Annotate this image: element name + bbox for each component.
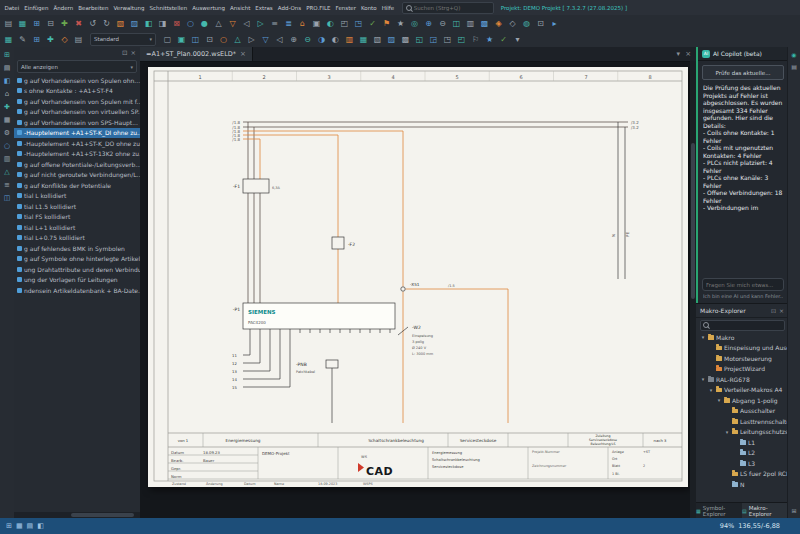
pin-icon[interactable]: ⊡ bbox=[771, 307, 776, 314]
toolbar-icon[interactable]: ◇ bbox=[506, 17, 519, 30]
global-search-box[interactable] bbox=[402, 2, 494, 14]
menu-bearbeiten[interactable]: Bearbeiten bbox=[76, 5, 111, 11]
tool-strip-icon[interactable]: ▦ bbox=[4, 116, 11, 124]
toolbar-icon[interactable]: ◑ bbox=[315, 33, 328, 46]
menu-konto[interactable]: Konto bbox=[358, 5, 379, 11]
check-list-item[interactable]: tial FS kollidiert bbox=[14, 212, 140, 223]
toolbar-icon[interactable]: ◲ bbox=[427, 33, 440, 46]
menu-profile[interactable]: PRO.FILE bbox=[304, 5, 333, 11]
toolbar-icon[interactable]: ▾ bbox=[511, 33, 524, 46]
toolbar-icon[interactable]: ⊡ bbox=[203, 33, 216, 46]
toolbar-icon[interactable]: ◁ bbox=[273, 33, 286, 46]
tool-strip-icon[interactable]: ⊞ bbox=[791, 507, 796, 514]
menu-extras[interactable]: Extras bbox=[253, 5, 275, 11]
toolbar-icon[interactable]: ⚑ bbox=[380, 17, 393, 30]
canvas-viewport[interactable]: 1 2 3 4 5 6 7 8 bbox=[140, 61, 690, 518]
check-list-item[interactable]: g auf Vorhandensein von Spulen mit f... bbox=[14, 96, 140, 107]
tree-item[interactable]: ▾ Verteiler-Makros A4 bbox=[696, 385, 788, 396]
toolbar-icon[interactable]: ▩ bbox=[478, 17, 491, 30]
toolbar-icon[interactable]: ⊞ bbox=[30, 17, 43, 30]
toolbar-icon[interactable]: ★ bbox=[483, 33, 496, 46]
toolbar-icon[interactable]: ✓ bbox=[366, 17, 379, 30]
toolbar-icon[interactable]: ✚ bbox=[44, 33, 57, 46]
menu-addons[interactable]: Add-Ons bbox=[275, 5, 303, 11]
schematic-page[interactable]: 1 2 3 4 5 6 7 8 bbox=[148, 67, 688, 487]
check-list-item[interactable]: ndensein Artikeldatenbank + BA-Date... bbox=[14, 285, 140, 296]
document-tab[interactable]: =A1+ST_Plan.0002.wsELD* × bbox=[140, 47, 253, 61]
toolbar-icon[interactable]: ◰ bbox=[455, 33, 468, 46]
tree-expander-icon[interactable]: ▾ bbox=[724, 429, 730, 435]
tool-strip-icon[interactable]: ◉ bbox=[791, 51, 796, 58]
toolbar-icon[interactable]: ▨ bbox=[385, 33, 398, 46]
toolbar-icon[interactable]: ▧ bbox=[371, 33, 384, 46]
tool-strip-icon[interactable]: ⌂ bbox=[5, 90, 9, 98]
toolbar-icon[interactable]: △ bbox=[231, 33, 244, 46]
toolbar-icon[interactable]: ◁ bbox=[240, 17, 253, 30]
toolbar-icon[interactable]: ✓ bbox=[497, 33, 510, 46]
toolbar-icon[interactable]: ▨ bbox=[128, 17, 141, 30]
check-list-item[interactable]: g auf offene Potentiale-/Leitungsverb... bbox=[14, 159, 140, 170]
check-list-item[interactable]: ung der Vorlagen für Leitungen bbox=[14, 275, 140, 286]
check-list-item[interactable]: g auf Vorhandensein von virtuellen SP... bbox=[14, 107, 140, 118]
menu-schnittstellen[interactable]: Schnittstellen bbox=[147, 5, 190, 11]
check-list-item[interactable]: g auf Vorhandensein von Spulen ohn... bbox=[14, 75, 140, 86]
toolbar-icon[interactable]: ◨ bbox=[156, 17, 169, 30]
toolbar-icon[interactable]: ▽ bbox=[226, 17, 239, 30]
tree-item[interactable]: ▾ Abgang 1-polig bbox=[696, 395, 788, 406]
check-list-item[interactable]: tial L+0.75 kollidiert bbox=[14, 233, 140, 244]
toolbar-icon[interactable]: ◰ bbox=[338, 17, 351, 30]
tool-strip-icon[interactable]: △ bbox=[4, 168, 9, 176]
tree-expander-icon[interactable]: ▾ bbox=[700, 334, 706, 340]
menu-einfuegen[interactable]: Einfügen bbox=[22, 5, 51, 11]
toolbar-icon[interactable]: ◈ bbox=[492, 17, 505, 30]
toolbar-icon[interactable]: ▧ bbox=[114, 17, 127, 30]
tab-makro-explorer[interactable]: ▤ Makro-Explorer bbox=[742, 503, 788, 518]
menu-auswertung[interactable]: Auswertung bbox=[190, 5, 228, 11]
check-project-button[interactable]: Prüfe das aktuelle... bbox=[702, 65, 784, 80]
tree-expander-icon[interactable]: ▾ bbox=[708, 387, 714, 393]
makro-search-box[interactable] bbox=[700, 320, 785, 331]
toolbar-icon[interactable]: ⊡ bbox=[534, 17, 547, 30]
toolbar-icon[interactable]: ● bbox=[198, 17, 211, 30]
toolbar-icon[interactable]: ⊕ bbox=[287, 33, 300, 46]
tool-strip-icon[interactable]: ⚙ bbox=[4, 129, 10, 137]
tree-expander-icon[interactable]: ▾ bbox=[716, 397, 722, 403]
toolbar-icon[interactable]: ▤ bbox=[2, 17, 15, 30]
tree-item[interactable]: Motorsteuerung bbox=[696, 353, 788, 364]
tree-item[interactable]: ▾ RAL-RG678 bbox=[696, 374, 788, 385]
tool-strip-icon[interactable]: ○ bbox=[4, 142, 10, 150]
tree-expander-icon[interactable]: ▾ bbox=[700, 376, 706, 382]
toolbar-icon[interactable]: ▸ bbox=[548, 17, 561, 30]
tree-item[interactable]: N bbox=[696, 479, 788, 490]
tree-item[interactable]: Ausschalter bbox=[696, 406, 788, 417]
toolbar-icon[interactable]: ◳ bbox=[352, 17, 365, 30]
check-list-item[interactable]: g auf nicht geroutete Verbindungen/L... bbox=[14, 170, 140, 181]
chevron-down-icon[interactable]: ▾ bbox=[677, 50, 681, 58]
close-icon[interactable]: × bbox=[779, 307, 784, 314]
close-icon[interactable]: × bbox=[131, 49, 136, 57]
toolbar-icon[interactable]: ◫ bbox=[189, 33, 202, 46]
toolbar-icon[interactable]: ◫ bbox=[450, 17, 463, 30]
check-list-item[interactable]: tial L kollidiert bbox=[14, 191, 140, 202]
ai-prompt-box[interactable] bbox=[702, 278, 784, 291]
tree-item[interactable]: ▾ Makro bbox=[696, 332, 788, 343]
check-list-item[interactable]: ung Drahtattribute und deren Verbindun..… bbox=[14, 264, 140, 275]
tool-strip-icon[interactable]: ▤ bbox=[4, 64, 11, 72]
show-all-dropdown[interactable]: Alle anzeigen ▾ bbox=[17, 60, 137, 73]
toolbar-icon[interactable]: ⊖ bbox=[301, 33, 314, 46]
tree-item[interactable]: ▾ Leitungsschutzsch... bbox=[696, 427, 788, 438]
menu-hilfe[interactable]: Hilfe bbox=[379, 5, 397, 11]
check-list-item[interactable]: tial L1.5 kollidiert bbox=[14, 201, 140, 212]
tool-strip-icon[interactable]: ✚ bbox=[4, 103, 10, 111]
close-icon[interactable]: × bbox=[240, 50, 246, 58]
toolbar-icon[interactable]: ↺ bbox=[86, 17, 99, 30]
toolbar-icon[interactable]: ⌂ bbox=[296, 17, 309, 30]
statusbar-icon[interactable]: ▤ bbox=[27, 522, 34, 530]
toolbar-icon[interactable]: ◱ bbox=[413, 33, 426, 46]
toolbar-icon[interactable]: ⚐ bbox=[469, 33, 482, 46]
toolbar-icon[interactable]: ◳ bbox=[441, 33, 454, 46]
tab-symbol-explorer[interactable]: ▦ Symbol-Explorer bbox=[696, 503, 742, 518]
statusbar-icon[interactable]: ⊞ bbox=[6, 522, 12, 530]
toolbar-icon[interactable]: ⊖ bbox=[436, 17, 449, 30]
makro-search-input[interactable] bbox=[711, 322, 782, 328]
